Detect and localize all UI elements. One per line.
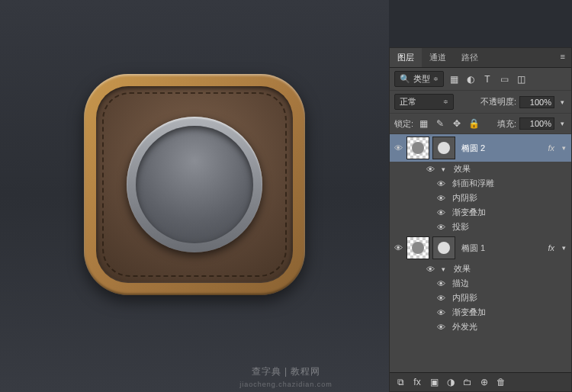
- layer-row-ellipse-2[interactable]: 👁 椭圆 2 fx ▾: [390, 134, 571, 162]
- filter-adjust-icon[interactable]: ◐: [464, 72, 477, 86]
- layer-name[interactable]: 椭圆 1: [458, 243, 545, 254]
- search-icon: 🔍: [400, 74, 410, 84]
- visibility-toggle[interactable]: 👁: [393, 243, 403, 252]
- vector-mask-thumbnail[interactable]: [432, 137, 455, 159]
- visibility-toggle[interactable]: 👁: [393, 143, 403, 153]
- canvas-area: [0, 0, 389, 392]
- tab-layers[interactable]: 图层: [390, 48, 422, 67]
- effect-gradient-overlay[interactable]: 👁渐变叠加: [390, 305, 571, 320]
- visibility-toggle[interactable]: 👁: [425, 265, 435, 274]
- effect-inner-shadow[interactable]: 👁内阴影: [390, 191, 571, 205]
- watermark-main: 查字典 | 教程网: [252, 366, 321, 377]
- visibility-toggle[interactable]: 👁: [435, 194, 446, 203]
- fill-flyout-icon[interactable]: ▾: [558, 120, 567, 127]
- effect-gradient-overlay[interactable]: 👁渐变叠加: [390, 205, 571, 220]
- fx-disclosure-icon[interactable]: ▾: [559, 244, 568, 252]
- panel-gap: [389, 0, 572, 47]
- fx-badge[interactable]: fx: [548, 143, 556, 153]
- effects-disclosure-icon[interactable]: ▾: [439, 165, 448, 173]
- layer-name[interactable]: 椭圆 2: [458, 143, 545, 154]
- panel-tabs: 图层 通道 路径 ≡: [390, 48, 571, 68]
- visibility-toggle[interactable]: 👁: [435, 208, 446, 217]
- tab-channels[interactable]: 通道: [422, 48, 454, 67]
- effect-name: 渐变叠加: [449, 307, 568, 318]
- fill-input[interactable]: 100%: [519, 117, 554, 130]
- panel-area: 图层 通道 路径 ≡ 🔍 类型 ≑ ▦ ◐ T ▭ ◫ 正常 ≑ 不透明度: 1…: [389, 0, 572, 392]
- effect-bevel[interactable]: 👁斜面和浮雕: [390, 176, 571, 191]
- watermark-sub: jiaocheng.chazidian.com: [239, 381, 333, 388]
- effect-name: 外发光: [449, 321, 568, 333]
- effect-name: 内阴影: [449, 292, 568, 304]
- visibility-toggle[interactable]: 👁: [435, 223, 446, 232]
- filter-type-icon[interactable]: T: [480, 72, 494, 86]
- icon-artwork: [84, 74, 305, 295]
- effect-stroke[interactable]: 👁描边: [390, 276, 571, 291]
- effects-label: 效果: [451, 163, 568, 175]
- effect-name: 内阴影: [449, 192, 568, 204]
- effects-header[interactable]: 👁 ▾ 效果: [390, 162, 571, 176]
- layer-thumbnail[interactable]: [407, 137, 429, 159]
- visibility-toggle[interactable]: 👁: [435, 308, 446, 317]
- opacity-input[interactable]: 100%: [519, 96, 554, 108]
- effect-name: 投影: [449, 221, 568, 233]
- tab-paths[interactable]: 路径: [454, 48, 486, 67]
- effect-name: 描边: [449, 278, 568, 289]
- layer-row-ellipse-1[interactable]: 👁 椭圆 1 fx ▾: [390, 234, 571, 262]
- filter-image-icon[interactable]: ▦: [447, 72, 461, 86]
- ellipse-2: [136, 126, 253, 243]
- effects-label: 效果: [451, 263, 568, 275]
- lock-move-icon[interactable]: ✥: [450, 117, 464, 130]
- filter-type-dropdown[interactable]: 🔍 类型 ≑: [394, 71, 444, 87]
- blend-mode-label: 正常: [400, 96, 416, 108]
- filter-row: 🔍 类型 ≑ ▦ ◐ T ▭ ◫: [390, 68, 571, 91]
- visibility-toggle[interactable]: 👁: [435, 179, 446, 188]
- visibility-toggle[interactable]: 👁: [435, 323, 446, 332]
- effect-inner-shadow[interactable]: 👁内阴影: [390, 291, 571, 305]
- effects-header[interactable]: 👁 ▾ 效果: [390, 262, 571, 276]
- blend-row: 正常 ≑ 不透明度: 100% ▾: [390, 91, 571, 114]
- vector-mask-thumbnail[interactable]: [432, 236, 455, 259]
- effect-drop-shadow[interactable]: 👁投影: [390, 220, 571, 234]
- lock-brush-icon[interactable]: ✎: [433, 117, 447, 130]
- layer-thumbnail[interactable]: [407, 236, 429, 259]
- dropdown-arrows-icon: ≑: [443, 98, 448, 105]
- effect-name: 渐变叠加: [449, 207, 568, 218]
- layer-tree: 👁 椭圆 2 fx ▾ 👁 ▾ 效果 👁斜面和浮雕 👁内阴影 👁渐变叠加 👁投影…: [390, 134, 571, 372]
- lock-label: 锁定:: [394, 118, 413, 130]
- ellipse-1: [127, 117, 262, 252]
- opacity-label: 不透明度:: [480, 96, 516, 108]
- lock-all-icon[interactable]: 🔒: [467, 117, 480, 130]
- filter-type-label: 类型: [413, 73, 430, 85]
- visibility-toggle[interactable]: 👁: [435, 294, 446, 303]
- filter-shape-icon[interactable]: ▭: [497, 72, 511, 86]
- panel-menu-icon[interactable]: ≡: [554, 48, 571, 67]
- effect-outer-glow[interactable]: 👁外发光: [390, 320, 571, 334]
- opacity-flyout-icon[interactable]: ▾: [558, 98, 567, 106]
- filter-smart-icon[interactable]: ◫: [514, 72, 528, 86]
- visibility-toggle[interactable]: 👁: [425, 165, 435, 174]
- visibility-toggle[interactable]: 👁: [435, 279, 446, 288]
- fx-disclosure-icon[interactable]: ▾: [559, 144, 568, 152]
- effect-name: 斜面和浮雕: [449, 178, 568, 189]
- fill-label: 填充:: [497, 118, 516, 130]
- blend-mode-dropdown[interactable]: 正常 ≑: [394, 94, 454, 110]
- wood-frame: [84, 74, 305, 295]
- effects-disclosure-icon[interactable]: ▾: [439, 265, 448, 273]
- dropdown-arrows-icon: ≑: [433, 76, 439, 82]
- layers-panel: 图层 通道 路径 ≡ 🔍 类型 ≑ ▦ ◐ T ▭ ◫ 正常 ≑ 不透明度: 1…: [389, 47, 572, 392]
- lock-pixels-icon[interactable]: ▦: [416, 117, 430, 130]
- watermark: 查字典 | 教程网 jiaocheng.chazidian.com: [0, 365, 572, 389]
- lock-row: 锁定: ▦ ✎ ✥ 🔒 填充: 100% ▾: [390, 114, 571, 134]
- fx-badge[interactable]: fx: [548, 243, 556, 252]
